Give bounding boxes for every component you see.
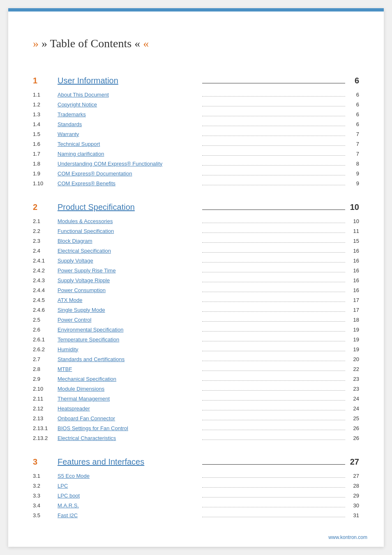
toc-link[interactable]: Functional Specification bbox=[58, 228, 201, 234]
toc-link[interactable]: Temperature Specification bbox=[58, 336, 201, 343]
toc-link[interactable]: User Information bbox=[58, 76, 201, 85]
toc-num: 2.4.4 bbox=[33, 286, 58, 295]
toc-link[interactable]: M.A.R.S. bbox=[58, 502, 201, 509]
toc-link[interactable]: Onboard Fan Connector bbox=[58, 415, 201, 421]
toc-link[interactable]: Naming clarification bbox=[58, 151, 201, 157]
toc-page-num: 26 bbox=[347, 425, 359, 431]
toc-page-num: 16 bbox=[347, 267, 359, 274]
toc-num: 2.7 bbox=[33, 355, 58, 364]
toc-dot-leader bbox=[202, 410, 345, 410]
toc-link[interactable]: Power Supply Rise Time bbox=[58, 267, 201, 274]
toc-num: 2.5 bbox=[33, 315, 58, 324]
toc-dot-leader bbox=[202, 136, 345, 136]
toc-dot-leader bbox=[202, 302, 345, 302]
toc-link[interactable]: MTBF bbox=[58, 366, 201, 372]
toc-item-3-3: 3.3LPC boot29 bbox=[33, 491, 359, 500]
toc-num: 2.13.1 bbox=[33, 424, 58, 433]
toc-link[interactable]: Environmental Specification bbox=[58, 327, 201, 333]
toc-link[interactable]: Fast I2C bbox=[58, 512, 201, 518]
toc-link[interactable]: Single Supply Mode bbox=[58, 307, 201, 313]
toc-page-num: 9 bbox=[347, 180, 359, 187]
toc-num: 2.13.2 bbox=[33, 434, 58, 442]
toc-page-num: 24 bbox=[347, 396, 359, 402]
toc-dot-leader bbox=[202, 430, 345, 430]
page-container: » » Table of Contents « « 1User Informat… bbox=[8, 8, 384, 547]
toc-page-num: 27 bbox=[347, 473, 359, 479]
toc-link[interactable]: Electrical Characteristics bbox=[58, 435, 201, 441]
toc-item-2-6: 2.6Environmental Specification19 bbox=[33, 325, 359, 334]
toc-link[interactable]: Standards and Certifications bbox=[58, 356, 201, 362]
toc-num: 1.1 bbox=[33, 90, 58, 99]
toc-page-num: 10 bbox=[347, 218, 359, 224]
toc-dot-leader bbox=[202, 223, 345, 223]
toc-dot-leader bbox=[202, 145, 345, 146]
toc-item-2-4-6: 2.4.6Single Supply Mode17 bbox=[33, 305, 359, 315]
toc-dot-leader bbox=[202, 126, 345, 126]
toc-page-num: 19 bbox=[347, 346, 359, 352]
toc-dot-leader bbox=[202, 175, 345, 175]
toc-link[interactable]: Humidity bbox=[58, 346, 201, 352]
toc-link[interactable]: Mechanical Specification bbox=[58, 376, 201, 382]
toc-page-num: 23 bbox=[347, 386, 359, 392]
toc-page-num: 25 bbox=[347, 415, 359, 421]
toc-link[interactable]: Block Diagram bbox=[58, 238, 201, 244]
toc-link[interactable]: Copyright Notice bbox=[58, 101, 201, 108]
toc-page-num: 19 bbox=[347, 327, 359, 333]
toc-dot-leader bbox=[202, 311, 345, 312]
toc-link[interactable]: COM Express® Benefits bbox=[58, 180, 201, 187]
toc-section-2: 2Product Specification10 bbox=[33, 191, 359, 216]
toc-link[interactable]: Power Consumption bbox=[58, 287, 201, 293]
toc-item-3-5: 3.5Fast I2C31 bbox=[33, 510, 359, 520]
toc-link[interactable]: Module Dimensions bbox=[58, 386, 201, 392]
toc-dot-leader bbox=[202, 517, 345, 517]
toc-link[interactable]: Standards bbox=[58, 121, 201, 127]
toc-item-2-13-2: 2.13.2Electrical Characteristics26 bbox=[33, 433, 359, 443]
toc-link[interactable]: Electrical Specification bbox=[58, 248, 201, 254]
toc-link[interactable]: Power Control bbox=[58, 317, 201, 323]
toc-num: 1.7 bbox=[33, 150, 58, 158]
toc-page-num: 16 bbox=[347, 248, 359, 254]
toc-link[interactable]: Features and Interfaces bbox=[58, 457, 201, 467]
toc-item-1-1: 1.1About This Document6 bbox=[33, 90, 359, 99]
toc-item-1-4: 1.4Standards6 bbox=[33, 119, 359, 129]
toc-page-num: 10 bbox=[347, 203, 359, 212]
toc-dot-leader bbox=[202, 361, 345, 361]
toc-link[interactable]: Supply Voltage Ripple bbox=[58, 277, 201, 283]
toc-item-2-10: 2.10Module Dimensions23 bbox=[33, 384, 359, 394]
toc-dot-leader bbox=[202, 106, 345, 106]
toc-dot-leader bbox=[202, 371, 345, 371]
toc-link[interactable]: Product Specification bbox=[58, 203, 201, 212]
toc-item-2-4-2: 2.4.2Power Supply Rise Time16 bbox=[33, 265, 359, 275]
toc-page-num: 16 bbox=[347, 277, 359, 283]
toc-dot-leader bbox=[202, 400, 345, 401]
toc-link[interactable]: LPC boot bbox=[58, 493, 201, 499]
toc-num: 1.6 bbox=[33, 140, 58, 148]
toc-item-2-4-5: 2.4.5ATX Mode17 bbox=[33, 295, 359, 305]
toc-page-num: 26 bbox=[347, 435, 359, 441]
toc-link[interactable]: S5 Eco Mode bbox=[58, 473, 201, 479]
toc-link[interactable]: Warranty bbox=[58, 131, 201, 137]
toc-num: 3.1 bbox=[33, 472, 58, 480]
toc-item-1-10: 1.10COM Express® Benefits9 bbox=[33, 178, 359, 188]
toc-link[interactable]: ATX Mode bbox=[58, 297, 201, 303]
toc-page-num: 31 bbox=[347, 512, 359, 518]
toc-link[interactable]: About This Document bbox=[58, 92, 201, 98]
toc-dot-leader bbox=[202, 242, 345, 243]
toc-num: 1.5 bbox=[33, 130, 58, 138]
toc-link[interactable]: Technical Support bbox=[58, 141, 201, 147]
toc-page-num: 19 bbox=[347, 336, 359, 343]
toc-link[interactable]: Heatspreader bbox=[58, 405, 201, 412]
toc-link[interactable]: Trademarks bbox=[58, 111, 201, 117]
toc-link[interactable]: Thermal Management bbox=[58, 396, 201, 402]
toc-link[interactable]: LPC bbox=[58, 483, 201, 489]
toc-item-2-6-1: 2.6.1Temperature Specification19 bbox=[33, 334, 359, 344]
toc-link[interactable]: COM Express® Documentation bbox=[58, 170, 201, 177]
toc-link[interactable]: BIOS Settings for Fan Control bbox=[58, 425, 201, 431]
toc-link[interactable]: Understanding COM Express® Functionality bbox=[58, 161, 201, 167]
toc-link[interactable]: Modules & Accessories bbox=[58, 218, 201, 224]
toc-link[interactable]: Supply Voltage bbox=[58, 258, 201, 264]
toc-page-num: 7 bbox=[347, 131, 359, 137]
toc-dot-leader bbox=[202, 292, 345, 292]
toc-num: 2.4.2 bbox=[33, 266, 58, 275]
toc-item-2-11: 2.11Thermal Management24 bbox=[33, 394, 359, 403]
